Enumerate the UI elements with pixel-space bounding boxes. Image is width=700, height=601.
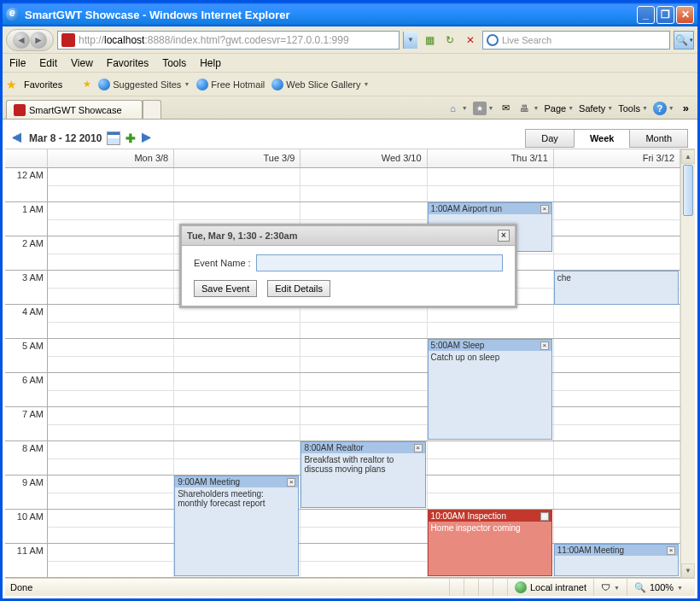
hour-row[interactable]: 4 AM [5, 305, 680, 339]
address-dropdown[interactable]: ▼ [403, 32, 417, 49]
favorites-star-icon[interactable]: ★ [6, 78, 17, 91]
view-week-tab[interactable]: Week [574, 129, 631, 148]
event-realtor[interactable]: 8:00AM Realtor× Breakfast with realtor t… [300, 441, 425, 508]
rss-button[interactable]: ★▼ [473, 102, 494, 115]
event-close-icon[interactable]: × [287, 478, 295, 487]
chevron-expand-icon[interactable]: » [683, 102, 689, 114]
mail-icon: ✉ [499, 102, 513, 115]
help-icon: ? [653, 102, 667, 115]
add-event-icon[interactable]: ✚ [125, 131, 136, 145]
event-close-icon[interactable]: × [540, 205, 549, 213]
globe-icon [515, 581, 527, 593]
maximize-button[interactable]: ❐ [656, 6, 674, 24]
event-close-icon[interactable]: × [540, 341, 549, 350]
hour-row[interactable]: 5 AM [5, 339, 680, 373]
search-box[interactable]: Live Search [482, 31, 670, 50]
search-button[interactable]: 🔍▾ [674, 31, 694, 50]
menu-help[interactable]: Help [200, 57, 221, 69]
stop-icon[interactable]: ✕ [462, 32, 479, 49]
refresh-icon[interactable]: ↻ [441, 32, 458, 49]
back-icon[interactable]: ◄ [13, 32, 30, 49]
window-title: SmartGWT Showcase - Windows Internet Exp… [25, 9, 637, 21]
security-zone[interactable]: Local intranet [507, 579, 593, 596]
hour-row[interactable]: 6 AM [5, 373, 680, 407]
event-header: 1:00AM Airport run [431, 204, 502, 213]
scroll-down-icon[interactable]: ▼ [681, 563, 695, 578]
menu-file[interactable]: File [9, 57, 26, 69]
compat-icon[interactable]: ▦ [421, 32, 438, 49]
fav-web-slice[interactable]: Web Slice Gallery ▼ [271, 79, 369, 90]
day-header[interactable]: Fri 3/12 [554, 149, 680, 167]
favorites-label[interactable]: Favorites [24, 79, 62, 90]
ie-small-icon [196, 79, 208, 90]
datepicker-icon[interactable] [107, 131, 120, 145]
minimize-button[interactable]: _ [637, 6, 655, 24]
view-day-tab[interactable]: Day [525, 129, 575, 148]
hour-row[interactable]: 12 AM [5, 168, 680, 202]
event-sleep[interactable]: 5:00AM Sleep× Catch up on sleep [428, 339, 552, 440]
print-button[interactable]: 🖶▼ [518, 102, 540, 115]
zoom-control[interactable]: 🔍100% ▼ [627, 579, 690, 596]
event-close-icon[interactable]: × [667, 546, 675, 555]
event-body [429, 214, 551, 218]
dialog-close-button[interactable]: × [498, 230, 510, 242]
home-icon: ⌂ [446, 102, 460, 115]
event-header: 10:00AM Inspection [431, 511, 506, 521]
prev-range-button[interactable]: ⯇ [12, 131, 24, 145]
view-month-tab[interactable]: Month [629, 129, 688, 148]
hour-row[interactable]: 10 AM [5, 510, 680, 544]
hour-row[interactable]: 7 AM [5, 407, 680, 441]
event-partial[interactable]: che [554, 271, 679, 305]
address-bar[interactable]: http://localhost:8888/index.html?gwt.cod… [57, 31, 400, 50]
new-tab-button[interactable] [143, 100, 161, 119]
event-close-icon[interactable]: × [414, 444, 423, 452]
vertical-scrollbar[interactable]: ▲ ▼ [680, 149, 695, 578]
ie-small-icon [271, 79, 283, 90]
home-button[interactable]: ⌂▼ [446, 102, 468, 115]
day-header[interactable]: Thu 3/11 [428, 149, 554, 167]
event-header: 5:00AM Sleep [431, 341, 485, 350]
dialog-title: Tue, Mar 9, 1:30 - 2:30am [187, 230, 297, 241]
menu-tools[interactable]: Tools [162, 57, 186, 69]
edit-details-button[interactable]: Edit Details [267, 280, 330, 297]
event-name-input[interactable] [256, 254, 503, 271]
rss-icon: ★ [473, 102, 487, 115]
add-favorite-icon[interactable]: ★ [83, 79, 91, 90]
tab-title: SmartGWT Showcase [29, 105, 122, 115]
menu-favorites[interactable]: Favorites [107, 57, 149, 69]
address-text[interactable]: http://localhost:8888/index.html?gwt.cod… [79, 34, 395, 46]
scroll-thumb[interactable] [683, 165, 693, 216]
next-range-button[interactable]: ⯈ [141, 131, 153, 145]
fav-free-hotmail[interactable]: Free Hotmail [196, 79, 265, 90]
browser-tab[interactable]: SmartGWT Showcase [6, 100, 143, 119]
command-bar: ⌂▼ ★▼ ✉ 🖶▼ Page ▼ Safety ▼ Tools ▼ ?▼ » [446, 97, 694, 119]
safety-menu[interactable]: Safety ▼ [579, 103, 613, 114]
day-header[interactable]: Wed 3/10 [300, 149, 427, 167]
menu-view[interactable]: View [71, 57, 93, 69]
calendar-range-label: Mar 8 - 12 2010 [29, 132, 102, 144]
nav-back-forward[interactable]: ◄ ► [6, 29, 54, 51]
page-menu[interactable]: Page ▼ [544, 103, 574, 114]
save-event-button[interactable]: Save Event [194, 280, 257, 297]
time-label: 5 AM [5, 339, 48, 372]
status-bar: Done Local intranet 🛡▼ 🔍100% ▼ [5, 578, 695, 596]
tools-menu[interactable]: Tools ▼ [618, 103, 648, 114]
event-close-icon[interactable]: × [540, 512, 549, 521]
scroll-up-icon[interactable]: ▲ [681, 149, 695, 164]
menu-edit[interactable]: Edit [39, 57, 57, 69]
event-meeting2[interactable]: 11:00AM Meeting× [554, 544, 679, 576]
close-button[interactable]: ✕ [676, 6, 694, 24]
time-label: 4 AM [5, 305, 48, 338]
event-inspection[interactable]: 10:00AM Inspection× Home inspector comin… [428, 510, 552, 576]
time-label: 10 AM [5, 510, 48, 543]
fav-suggested-sites[interactable]: Suggested Sites ▼ [98, 79, 190, 90]
protected-mode[interactable]: 🛡▼ [593, 579, 627, 596]
day-header[interactable]: Mon 3/8 [48, 149, 174, 167]
event-meeting[interactable]: 9:00AM Meeting× Shareholders meeting: mo… [174, 476, 299, 576]
time-label: 1 AM [5, 202, 48, 236]
forward-icon[interactable]: ► [30, 32, 47, 49]
help-button[interactable]: ?▼ [653, 102, 674, 115]
day-header[interactable]: Tue 3/9 [174, 149, 300, 167]
mail-button[interactable]: ✉ [499, 102, 513, 115]
time-label: 11 AM [5, 544, 48, 577]
